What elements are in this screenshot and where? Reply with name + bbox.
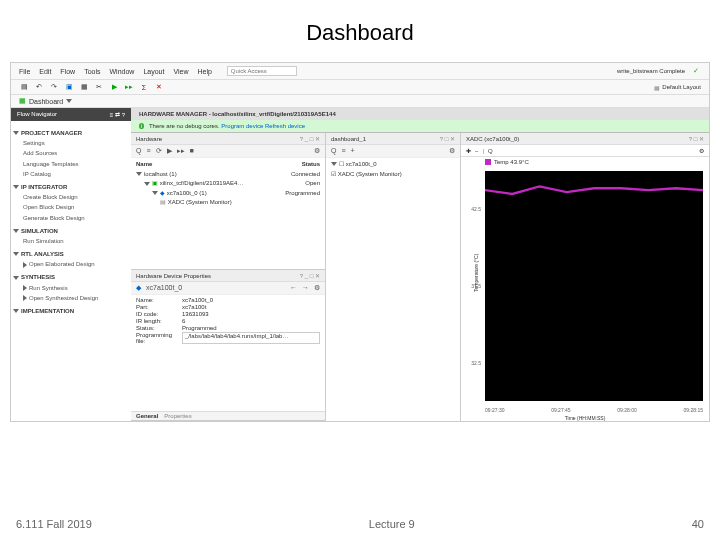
gear-icon[interactable]: ⚙ bbox=[314, 284, 320, 292]
hardware-panel-title: Hardware bbox=[136, 136, 162, 142]
add-icon[interactable]: ✚ bbox=[466, 147, 471, 154]
panel-controls[interactable]: ? □ ✕ bbox=[689, 135, 704, 142]
toolbar: ▤ ↶ ↷ ▣ ▦ ✂ ▶ ▸▸ Σ ✕ ▦Default Layout bbox=[11, 80, 709, 95]
hardware-tree[interactable]: NameStatus localhost (1)Connected ▣ xili… bbox=[136, 160, 320, 208]
nav-open-bd[interactable]: Open Block Design bbox=[13, 202, 129, 212]
x-axis: 09:27:30 09:27:45 09:28:00 09:28:15 bbox=[485, 407, 703, 413]
search-icon[interactable]: Q bbox=[136, 147, 141, 155]
tab-properties[interactable]: Properties bbox=[164, 413, 191, 419]
nav-run-synth[interactable]: Run Synthesis bbox=[29, 285, 68, 291]
nav-project-manager[interactable]: PROJECT MANAGER bbox=[21, 130, 82, 136]
cut-icon[interactable]: ✂ bbox=[94, 82, 104, 92]
cancel-icon[interactable]: ✕ bbox=[154, 82, 164, 92]
dashboard-bar: ▦Dashboard bbox=[11, 95, 709, 108]
footer-course: 6.111 Fall 2019 bbox=[16, 518, 92, 530]
nav-add-sources[interactable]: Add Sources bbox=[13, 148, 129, 158]
stop-icon[interactable]: ■ bbox=[190, 147, 194, 155]
slide-footer: 6.111 Fall 2019 Lecture 9 40 bbox=[0, 518, 720, 530]
gear-icon[interactable]: ⚙ bbox=[314, 147, 320, 155]
y-label: Temperature (°C) bbox=[473, 254, 479, 292]
menu-flow[interactable]: Flow bbox=[60, 68, 75, 75]
hw-cable: xilinx_tcf/Digilent/210319AE4… bbox=[160, 180, 244, 186]
legend: Temp 43.9°C bbox=[485, 159, 529, 165]
refresh-device-link[interactable]: Refresh device bbox=[265, 123, 305, 129]
dash-device: xc7a100t_0 bbox=[346, 161, 377, 167]
expand-icon[interactable]: ≡ bbox=[146, 147, 150, 155]
panel-controls[interactable]: ? _ □ ✕ bbox=[300, 135, 320, 142]
nav-ip-catalog[interactable]: IP Catalog bbox=[13, 169, 129, 179]
nav-create-bd[interactable]: Create Block Design bbox=[13, 192, 129, 202]
menu-window[interactable]: Window bbox=[109, 68, 134, 75]
dashboard-dropdown[interactable]: ▦Dashboard bbox=[19, 97, 74, 105]
undo-icon[interactable]: ↶ bbox=[34, 82, 44, 92]
new-icon[interactable]: ▤ bbox=[19, 82, 29, 92]
play-icon[interactable]: ▶ bbox=[167, 147, 172, 155]
x-label: Time (HH:MM:SS) bbox=[461, 415, 709, 421]
props-grid: Name:xc7a100t_0 Part:xc7a100t ID code:13… bbox=[136, 297, 320, 344]
remove-icon[interactable]: − bbox=[475, 148, 479, 154]
sigma-icon[interactable]: Σ bbox=[139, 82, 149, 92]
copy-icon[interactable]: ▦ bbox=[79, 82, 89, 92]
legend-swatch bbox=[485, 159, 491, 165]
search-icon[interactable]: Q bbox=[331, 147, 336, 155]
hardware-toolbar[interactable]: Q ≡ ⟳ ▶ ▸▸ ■ ⚙ bbox=[131, 145, 325, 158]
run-icon[interactable]: ▶ bbox=[109, 82, 119, 92]
menu-help[interactable]: Help bbox=[197, 68, 211, 75]
program-device-link[interactable]: Program device bbox=[221, 123, 263, 129]
legend-temp: Temp 43.9°C bbox=[494, 159, 529, 165]
menu-file[interactable]: File bbox=[19, 68, 30, 75]
step-fwd-icon[interactable]: ▸▸ bbox=[177, 147, 185, 155]
dash-tree[interactable]: ☐ xc7a100t_0 ☑ XADC (System Monitor) bbox=[331, 160, 455, 179]
xadc-panel-title: XADC (xc7a100t_0) bbox=[466, 136, 519, 142]
y-axis: 42.5 37.5 32.5 bbox=[461, 171, 483, 401]
nav-settings[interactable]: Settings bbox=[13, 138, 129, 148]
menu-layout[interactable]: Layout bbox=[143, 68, 164, 75]
save-icon[interactable]: ▣ bbox=[64, 82, 74, 92]
prev-icon[interactable]: ← bbox=[290, 284, 297, 292]
nav-gen-bd[interactable]: Generate Block Design bbox=[13, 213, 129, 223]
hw-device: xc7a100t_0 (1) bbox=[167, 190, 207, 196]
expand-icon[interactable]: ≡ bbox=[341, 147, 345, 155]
nav-ip-integrator[interactable]: IP INTEGRATOR bbox=[21, 184, 67, 190]
zoom-icon[interactable]: Q bbox=[488, 148, 493, 154]
nav-controls[interactable]: ≡ ⇄ ? bbox=[110, 111, 125, 118]
chart-area bbox=[485, 171, 703, 401]
tab-general[interactable]: General bbox=[136, 413, 158, 419]
hw-localhost: localhost (1) bbox=[144, 171, 177, 177]
next-icon[interactable]: → bbox=[302, 284, 309, 292]
menu-edit[interactable]: Edit bbox=[39, 68, 51, 75]
flow-navigator-header: Flow Navigator ≡ ⇄ ? bbox=[11, 108, 131, 121]
app-window: File Edit Flow Tools Window Layout View … bbox=[10, 62, 710, 422]
hw-xadc: XADC (System Monitor) bbox=[168, 199, 232, 205]
flow-navigator-body: PROJECT MANAGER Settings Add Sources Lan… bbox=[11, 121, 131, 421]
nav-open-elab[interactable]: Open Elaborated Design bbox=[29, 261, 95, 267]
refresh-icon[interactable]: ⟳ bbox=[156, 147, 162, 155]
gear-icon[interactable]: ⚙ bbox=[699, 147, 704, 154]
layout-selector[interactable]: ▦Default Layout bbox=[654, 84, 701, 91]
step-icon[interactable]: ▸▸ bbox=[124, 82, 134, 92]
nav-run-sim[interactable]: Run Simulation bbox=[13, 236, 129, 246]
dashboard-panel-title: dashboard_1 bbox=[331, 136, 366, 142]
menu-tools[interactable]: Tools bbox=[84, 68, 100, 75]
slide-title: Dashboard bbox=[0, 0, 720, 62]
gear-icon[interactable]: ⚙ bbox=[449, 147, 455, 155]
dash-toolbar[interactable]: Q ≡ + ⚙ bbox=[326, 145, 460, 158]
footer-page: 40 bbox=[692, 518, 704, 530]
nav-synth[interactable]: SYNTHESIS bbox=[21, 274, 55, 280]
nav-lang-templates[interactable]: Language Templates bbox=[13, 159, 129, 169]
nav-impl[interactable]: IMPLEMENTATION bbox=[21, 308, 74, 314]
menu-view[interactable]: View bbox=[173, 68, 188, 75]
status-write-bitstream: write_bitstream Complete bbox=[617, 68, 685, 74]
props-panel-title: Hardware Device Properties bbox=[136, 273, 211, 279]
redo-icon[interactable]: ↷ bbox=[49, 82, 59, 92]
check-icon: ✓ bbox=[691, 66, 701, 76]
hardware-manager-title: HARDWARE MANAGER - localhost/xilinx_vrtf… bbox=[131, 108, 709, 120]
nav-rtl[interactable]: RTL ANALYSIS bbox=[21, 251, 64, 257]
plus-icon[interactable]: + bbox=[351, 147, 355, 155]
panel-controls[interactable]: ? _ □ ✕ bbox=[300, 272, 320, 279]
nav-open-synth[interactable]: Open Synthesized Design bbox=[29, 295, 98, 301]
panel-controls[interactable]: ? □ ✕ bbox=[440, 135, 455, 142]
xadc-plot[interactable]: Temp 43.9°C 42.5 37.5 32.5 Temperature (… bbox=[461, 157, 709, 421]
nav-simulation[interactable]: SIMULATION bbox=[21, 228, 58, 234]
quick-access-input[interactable] bbox=[227, 66, 297, 76]
